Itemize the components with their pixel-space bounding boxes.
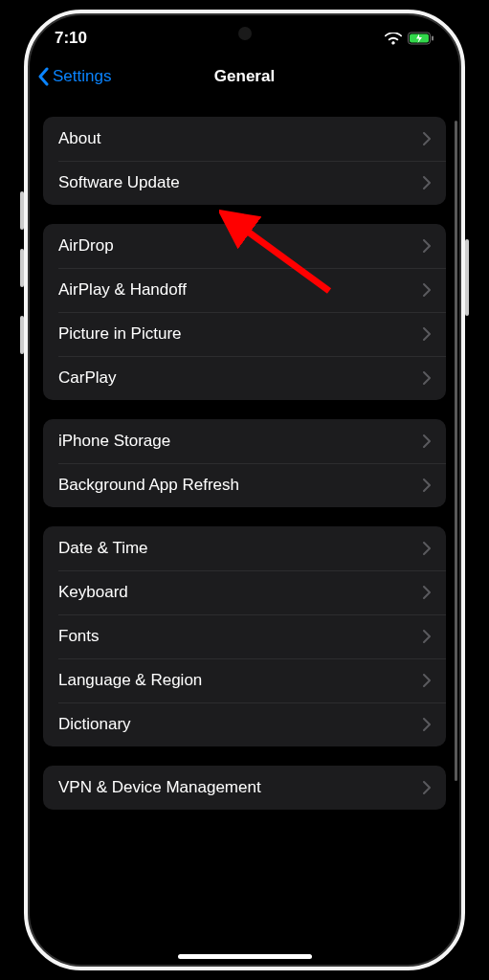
row-iphone-storage[interactable]: iPhone Storage <box>43 419 446 463</box>
chevron-right-icon <box>423 586 431 599</box>
nav-bar: Settings General <box>28 56 461 98</box>
chevron-right-icon <box>423 542 431 555</box>
chevron-right-icon <box>423 176 431 189</box>
row-label: Background App Refresh <box>58 476 239 495</box>
row-picture-in-picture[interactable]: Picture in Picture <box>43 312 446 356</box>
row-keyboard[interactable]: Keyboard <box>43 570 446 614</box>
row-label: Date & Time <box>58 539 148 558</box>
row-label: Dictionary <box>58 715 131 734</box>
settings-group: About Software Update <box>43 117 446 205</box>
chevron-right-icon <box>423 434 431 448</box>
settings-group: Date & Time Keyboard Fonts Language & Re… <box>43 526 446 746</box>
page-title: General <box>214 67 275 86</box>
row-airdrop[interactable]: AirDrop <box>43 224 446 268</box>
svg-rect-2 <box>432 36 433 41</box>
row-vpn-device-management[interactable]: VPN & Device Management <box>43 766 446 810</box>
row-label: Language & Region <box>58 671 202 690</box>
battery-charging-icon <box>408 32 434 45</box>
chevron-right-icon <box>423 479 431 492</box>
wifi-icon <box>385 33 402 45</box>
chevron-right-icon <box>423 327 431 341</box>
chevron-right-icon <box>423 718 431 731</box>
row-label: VPN & Device Management <box>58 778 261 797</box>
row-label: iPhone Storage <box>58 432 170 451</box>
row-language-region[interactable]: Language & Region <box>43 658 446 702</box>
chevron-right-icon <box>423 371 431 385</box>
row-label: Picture in Picture <box>58 324 182 344</box>
phone-camera-notch <box>238 27 252 40</box>
chevron-right-icon <box>423 781 431 794</box>
row-label: Software Update <box>58 173 180 192</box>
row-label: Keyboard <box>58 583 128 602</box>
screen: 7:10 Settings General <box>28 13 461 967</box>
row-fonts[interactable]: Fonts <box>43 614 446 658</box>
row-airplay-handoff[interactable]: AirPlay & Handoff <box>43 268 446 312</box>
settings-group: AirDrop AirPlay & Handoff Picture in Pic… <box>43 224 446 400</box>
row-dictionary[interactable]: Dictionary <box>43 702 446 746</box>
row-software-update[interactable]: Software Update <box>43 161 446 205</box>
chevron-right-icon <box>423 630 431 643</box>
settings-content[interactable]: About Software Update AirDrop AirPlay & … <box>28 98 461 967</box>
home-indicator[interactable] <box>178 954 312 959</box>
status-time: 7:10 <box>55 29 87 48</box>
chevron-right-icon <box>423 239 431 253</box>
back-button-label: Settings <box>53 67 111 86</box>
scroll-indicator[interactable] <box>455 121 457 781</box>
row-label: CarPlay <box>58 368 116 388</box>
row-label: AirPlay & Handoff <box>58 280 187 300</box>
chevron-right-icon <box>423 674 431 687</box>
row-background-app-refresh[interactable]: Background App Refresh <box>43 463 446 507</box>
chevron-right-icon <box>423 132 431 145</box>
row-label: AirDrop <box>58 236 114 256</box>
back-button[interactable]: Settings <box>37 67 111 86</box>
chevron-left-icon <box>37 67 49 86</box>
settings-group: iPhone Storage Background App Refresh <box>43 419 446 507</box>
row-label: Fonts <box>58 627 100 646</box>
settings-group: VPN & Device Management <box>43 766 446 810</box>
row-date-time[interactable]: Date & Time <box>43 526 446 570</box>
chevron-right-icon <box>423 283 431 297</box>
row-label: About <box>58 129 100 148</box>
row-carplay[interactable]: CarPlay <box>43 356 446 400</box>
row-about[interactable]: About <box>43 117 446 161</box>
